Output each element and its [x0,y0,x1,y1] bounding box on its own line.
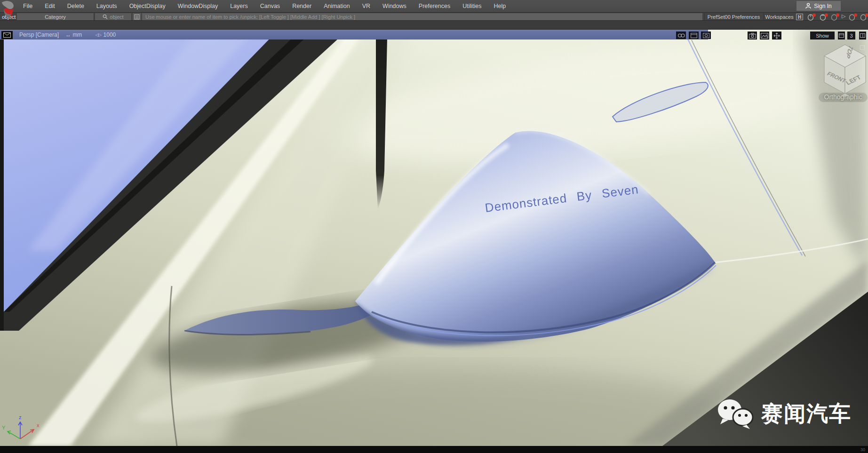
viewport-title: Persp [Camera] [19,32,59,38]
resize-icon: ↔ [65,32,71,38]
minimize-panel-button[interactable] [838,32,845,40]
sign-in-label: Sign In [814,3,831,9]
viewport-title-bar[interactable]: Persp [Camera] ↔ mm ◁▷ 1000 [0,30,708,40]
menu-item-layers[interactable]: Layers [224,0,254,12]
watermark: 赛闻汽车 [717,398,852,429]
menu-item-preferences[interactable]: Preferences [413,0,456,12]
value-spinner-icon[interactable]: ◁▷ [95,32,102,37]
view-cube[interactable]: TOP FRONT LEFT [823,44,867,96]
category-dropdown[interactable]: Category [17,13,94,20]
menu-item-vr[interactable]: VR [356,0,376,12]
mouse-hint-left-icon[interactable] [806,13,817,21]
pan-zoom-button[interactable] [772,32,781,40]
scene-canvas[interactable]: Demonstrated By Seven [0,30,868,446]
window-view-button[interactable] [689,32,699,39]
search-icon [103,14,108,20]
prompt-history-button[interactable] [133,13,141,20]
prompt-history-icon [134,14,140,20]
viewport-units: mm [72,32,82,38]
menu-bar: File Edit Delete Layouts ObjectDisplay W… [0,0,868,12]
mouse-hint-extra2-icon[interactable] [859,13,868,21]
object-filter-label: object [110,14,123,20]
panel-count-button[interactable]: 3 [847,32,855,40]
menu-item-canvas[interactable]: Canvas [254,0,286,12]
viewport-window-icon[interactable] [1,31,13,39]
alias-logo-icon [0,0,16,22]
camera-view-button[interactable] [701,32,711,39]
menu-item-animation[interactable]: Animation [318,0,356,12]
hotkeys-icon[interactable]: H [796,14,803,20]
menu-item-edit[interactable]: Edit [39,0,61,12]
menu-item-render[interactable]: Render [286,0,318,12]
menu-item-windows[interactable]: Windows [376,0,413,12]
linked-cameras-button[interactable] [676,32,686,39]
menu-item-utilities[interactable]: Utilities [456,0,487,12]
z-axis-label: z [19,414,22,420]
frame-label: 30 [860,447,865,452]
mouse-hint-extra-icon[interactable] [848,13,858,21]
alias-application-window: File Edit Delete Layouts ObjectDisplay W… [0,0,868,453]
sign-in-button[interactable]: Sign In [796,1,841,11]
camera-value: 1000 [104,32,116,38]
projection-label[interactable]: Orthographic [818,93,868,101]
image-plane-button[interactable] [760,32,769,40]
menu-items: File Edit Delete Layouts ObjectDisplay W… [17,0,512,12]
workspaces-button[interactable]: Workspaces [764,13,795,20]
prompt-line-input[interactable]: Use mouse or enter name of item to pick … [142,13,702,20]
menu-item-layouts[interactable]: Layouts [90,0,123,12]
show-menu-button[interactable]: Show [810,32,835,40]
mouse-hint-right-icon[interactable] [830,13,840,21]
pick-toolbar: object Category object Use mouse or ente… [0,12,868,21]
layer-bar: DefaultLayer YingJiao DaoJiao Detail [0,21,868,30]
x-axis-label: x [37,422,40,428]
person-icon [805,3,811,9]
menu-item-delete[interactable]: Delete [61,0,90,12]
menu-item-help[interactable]: Help [488,0,512,12]
wechat-icon [717,398,755,429]
menu-item-objectdisplay[interactable]: ObjectDisplay [123,0,172,12]
menu-item-windowdisplay[interactable]: WindowDisplay [172,0,224,12]
expand-arrow-icon[interactable]: ▷ [842,13,845,19]
perspective-viewport[interactable]: Demonstrated By Seven Persp [Camera] ↔ m… [0,30,868,446]
mouse-hint-middle-icon[interactable] [819,13,829,21]
snapshot-camera-button[interactable] [748,32,757,40]
axis-triad: z Y x [0,412,52,445]
object-filter-field[interactable]: object [95,13,131,20]
watermark-text: 赛闻汽车 [761,399,852,429]
bottom-strip: 30 [0,446,868,453]
y-axis-label: Y [2,425,6,430]
layout-button[interactable] [859,32,866,40]
menu-item-file[interactable]: File [17,0,39,12]
viewport-left-border [0,30,4,331]
prefset-button[interactable]: PrefSet00 Preferences [704,13,763,20]
